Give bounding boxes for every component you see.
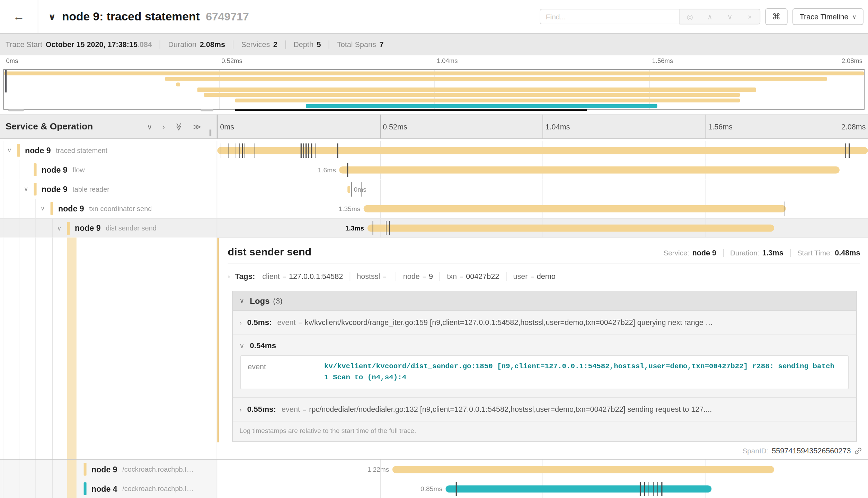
keyboard-shortcuts-button[interactable]: ⌘ — [765, 8, 787, 25]
logs-header[interactable]: ∨ Logs (3) — [233, 291, 856, 311]
trace-meta-label: Services — [241, 40, 270, 49]
span-duration-bar[interactable] — [367, 225, 774, 232]
span-duration-bar[interactable] — [339, 166, 840, 173]
span-log-marker — [849, 143, 850, 158]
minimap-span-bar[interactable] — [165, 77, 827, 81]
clear-search-icon[interactable]: × — [740, 9, 760, 24]
minimap-range-bar[interactable] — [235, 109, 587, 111]
tag-item[interactable]: hostssl= — [357, 272, 389, 280]
divider — [723, 249, 724, 256]
find-input[interactable] — [540, 9, 679, 25]
span-row[interactable]: ∨node 9dist sender send1.3ms — [0, 218, 868, 237]
locate-icon[interactable]: ◎ — [680, 9, 700, 24]
divider — [233, 40, 233, 49]
collapse-one-icon[interactable]: ∨ — [147, 123, 152, 130]
log-timestamp: 0.5ms: — [247, 318, 272, 327]
minimap-span-bar[interactable] — [197, 88, 756, 92]
chevron-down-icon[interactable]: ∨ — [39, 205, 46, 212]
timeline-gridline — [380, 479, 381, 498]
indent-guide — [19, 479, 19, 498]
span-duration-bar[interactable] — [364, 205, 786, 212]
span-log-marker — [662, 481, 662, 496]
chevron-down-icon[interactable]: ∨ — [6, 147, 13, 154]
indent-guide — [3, 160, 3, 179]
span-log-marker — [657, 481, 658, 496]
span-tree-content: node 9/cockroach.roachpb.I… — [84, 463, 194, 476]
equals-sign: = — [383, 273, 386, 280]
minimap-span-bar[interactable] — [204, 93, 740, 97]
span-detail-content: dist sender send Service:node 9Duration:… — [217, 237, 868, 442]
tag-key: client — [262, 272, 280, 280]
tag-item[interactable]: node=9 — [403, 272, 433, 280]
collapse-all-icon[interactable]: ≫ — [175, 123, 183, 130]
span-tree-cell: node 4/cockroach.roachpb.I… — [0, 479, 217, 498]
operation-name: traced statement — [56, 146, 107, 154]
tag-key: hostssl — [357, 272, 380, 280]
link-icon[interactable] — [854, 446, 862, 455]
span-log-marker — [221, 143, 221, 158]
indent-guide — [52, 237, 53, 459]
span-meta-label: Start Time: — [797, 248, 832, 257]
minimap-span-bar[interactable] — [306, 104, 657, 108]
span-log-marker — [311, 143, 312, 158]
span-timeline-cell: 1.22ms — [217, 460, 868, 479]
trace-meta-value-suffix: .084 — [138, 40, 152, 49]
command-icon: ⌘ — [772, 12, 780, 22]
minimap-scroll-segment[interactable] — [8, 109, 24, 111]
span-log-marker — [386, 221, 387, 235]
next-result-icon[interactable]: ∨ — [720, 9, 740, 24]
column-resizer-handle[interactable] — [210, 129, 212, 136]
span-row[interactable]: ∨node 9txn coordinator send1.35ms — [0, 199, 868, 218]
span-detail-indent-guides — [0, 237, 217, 459]
span-row[interactable]: node 9/cockroach.roachpb.I…1.22ms — [0, 460, 868, 479]
minimap-canvas[interactable] — [3, 69, 865, 110]
tag-key: user — [513, 272, 528, 280]
service-color-chip — [84, 482, 87, 495]
span-timeline-cell: 1.3ms — [217, 219, 868, 237]
minimap-scroll-segment[interactable] — [201, 109, 213, 111]
view-selector-button[interactable]: Trace Timeline ∨ — [792, 8, 863, 25]
trace-meta-item: Depth5 — [293, 40, 321, 49]
span-duration-bar[interactable] — [217, 147, 868, 154]
span-log-marker — [254, 143, 255, 158]
tag-item[interactable]: user=demo — [513, 272, 555, 280]
span-tree-cell: node 9flow — [0, 160, 217, 179]
tag-item[interactable]: client=127.0.0.1:54582 — [262, 272, 343, 280]
indent-guide — [35, 199, 36, 218]
collapse-trace-header-icon[interactable]: ∨ — [48, 11, 56, 22]
span-row[interactable]: ∨node 9table reader0ms — [0, 179, 868, 199]
trace-meta-label: Total Spans — [337, 40, 376, 49]
expand-all-icon[interactable]: ≫ — [193, 123, 201, 130]
tag-value: 127.0.0.1:54582 — [289, 272, 343, 280]
minimap-span-bar[interactable] — [4, 71, 864, 75]
log-entry-expanded: ∨0.54mseventkv/kvclient/kvcoord/dist_sen… — [233, 334, 856, 397]
span-tree-content: node 9flow — [34, 163, 85, 176]
span-log-marker — [303, 143, 304, 158]
equals-sign: = — [303, 407, 306, 413]
span-detail-titlerow: dist sender send Service:node 9Duration:… — [228, 246, 860, 258]
tags-row[interactable]: › Tags: client=127.0.0.1:54582hostssl=no… — [228, 269, 860, 284]
log-entry[interactable]: ›0.55ms:event=rpc/nodedialer/nodedialer.… — [233, 397, 856, 421]
minimap-scrubber-handle[interactable] — [5, 70, 7, 93]
span-log-marker — [301, 143, 301, 158]
minimap-span-bar[interactable] — [176, 82, 180, 87]
chevron-down-icon[interactable]: ∨ — [55, 225, 63, 232]
span-row[interactable]: node 9flow1.6ms — [0, 160, 868, 179]
span-duration-bar[interactable] — [348, 185, 351, 193]
log-timestamp: 0.54ms — [250, 341, 276, 350]
span-duration-bar[interactable] — [392, 466, 774, 473]
log-entry-header[interactable]: ∨0.54ms — [239, 341, 850, 350]
back-button[interactable]: ← — [0, 0, 38, 33]
prev-result-icon[interactable]: ∧ — [700, 9, 720, 24]
span-duration-bar[interactable] — [446, 485, 712, 492]
expand-one-icon[interactable]: › — [162, 123, 165, 130]
span-row[interactable]: node 4/cockroach.roachpb.I…0.85ms — [0, 479, 868, 498]
tag-value: 00427b22 — [466, 272, 499, 280]
tag-item[interactable]: txn=00427b22 — [447, 272, 499, 280]
log-field-key: event — [241, 356, 324, 389]
indent-guide — [19, 219, 19, 237]
log-entry[interactable]: ›0.5ms:event=kv/kvclient/kvcoord/range_i… — [233, 311, 856, 334]
chevron-down-icon[interactable]: ∨ — [22, 185, 30, 193]
minimap-span-bar[interactable] — [235, 99, 740, 103]
span-row[interactable]: ∨node 9traced statement — [0, 141, 868, 160]
